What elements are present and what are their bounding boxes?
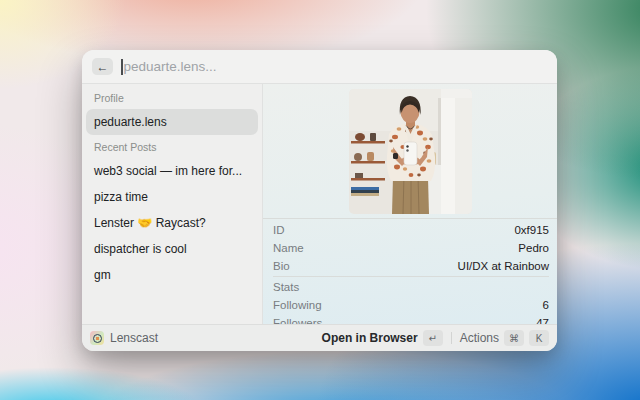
search-input[interactable] bbox=[121, 50, 547, 83]
meta-label: Bio bbox=[273, 260, 290, 272]
metadata-list: ID 0xf915 Name Pedro Bio UI/DX at Rainbo… bbox=[263, 219, 557, 324]
content-area: Profile peduarte.lens Recent Posts web3 … bbox=[82, 84, 557, 324]
meta-value: UI/DX at Rainbow bbox=[458, 260, 549, 272]
meta-value: 0xf915 bbox=[514, 224, 549, 236]
meta-row-name: Name Pedro bbox=[273, 239, 549, 257]
list-item-post-2[interactable]: pizza time bbox=[86, 184, 258, 210]
results-list: Profile peduarte.lens Recent Posts web3 … bbox=[82, 84, 263, 324]
search-input-field[interactable] bbox=[124, 59, 548, 74]
open-in-browser-button[interactable]: Open in Browser bbox=[322, 331, 418, 345]
lenscast-icon bbox=[90, 331, 104, 345]
lens-ring-icon bbox=[93, 334, 102, 343]
footer-actions: Open in Browser ↵ Actions ⌘ K bbox=[322, 330, 549, 346]
list-item-post-1[interactable]: web3 social — im here for... bbox=[86, 158, 258, 184]
meta-label: ID bbox=[273, 224, 285, 236]
stats-divider bbox=[273, 276, 549, 277]
back-arrow-icon: ← bbox=[97, 60, 109, 74]
k-key-badge: K bbox=[529, 330, 549, 346]
section-header-profile: Profile bbox=[82, 89, 262, 107]
action-bar: Lenscast Open in Browser ↵ Actions ⌘ K bbox=[82, 324, 557, 351]
section-header-recent-posts: Recent Posts bbox=[82, 138, 262, 156]
detail-panel: ID 0xf915 Name Pedro Bio UI/DX at Rainbo… bbox=[263, 84, 557, 324]
meta-row-following: Following 6 bbox=[273, 296, 549, 314]
app-name: Lenscast bbox=[110, 331, 158, 345]
meta-label: Followers bbox=[273, 317, 322, 324]
meta-label: Name bbox=[273, 242, 304, 254]
list-item-post-3[interactable]: Lenster 🤝 Raycast? bbox=[86, 210, 258, 236]
return-key-badge: ↵ bbox=[423, 330, 443, 346]
search-bar: ← bbox=[82, 50, 557, 84]
meta-value: 6 bbox=[543, 299, 549, 311]
list-item-post-5[interactable]: gm bbox=[86, 262, 258, 288]
meta-row-id: ID 0xf915 bbox=[273, 221, 549, 239]
raycast-window: ← Profile peduarte.lens Recent Posts web… bbox=[82, 50, 557, 351]
profile-photo bbox=[349, 89, 472, 214]
actions-button[interactable]: Actions bbox=[460, 331, 499, 345]
list-item-post-4[interactable]: dispatcher is cool bbox=[86, 236, 258, 262]
meta-value: Pedro bbox=[518, 242, 549, 254]
command-key-badge: ⌘ bbox=[504, 330, 524, 346]
footer-divider bbox=[451, 332, 452, 344]
meta-value: 47 bbox=[536, 317, 549, 324]
stats-header-row: Stats bbox=[273, 278, 549, 296]
list-item-profile[interactable]: peduarte.lens bbox=[86, 109, 258, 135]
meta-row-bio: Bio UI/DX at Rainbow bbox=[273, 257, 549, 275]
meta-label: Following bbox=[273, 299, 322, 311]
text-caret bbox=[121, 59, 123, 75]
stats-header: Stats bbox=[273, 281, 299, 293]
meta-row-followers: Followers 47 bbox=[273, 314, 549, 324]
back-button[interactable]: ← bbox=[92, 58, 113, 75]
